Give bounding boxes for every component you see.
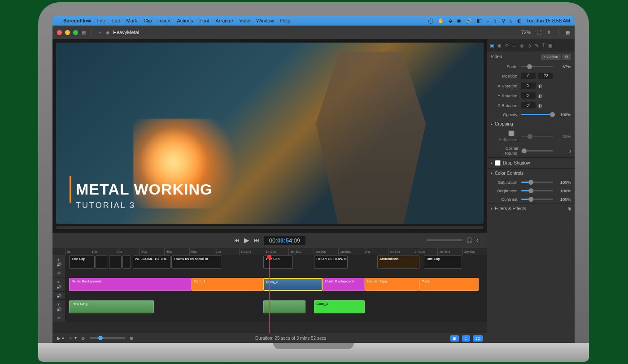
menu-window[interactable]: Window xyxy=(256,18,274,23)
panel-toggle-icon[interactable]: ▦ xyxy=(566,30,570,35)
timeline-clip[interactable]: Music Background xyxy=(323,278,365,291)
track-2-lane[interactable]: Music BackgroundCam_1Cam_2Music Backgrou… xyxy=(65,277,487,291)
zoom-out-icon[interactable]: ⊖ xyxy=(81,336,85,341)
headphones-icon[interactable]: 🎧 xyxy=(466,237,473,243)
timeline-clip[interactable]: Cam_1 xyxy=(192,278,263,291)
menu-insert[interactable]: Insert xyxy=(158,18,171,23)
reflection-slider[interactable] xyxy=(521,136,553,137)
timeline-ruler[interactable]: 0s10s20s30s40s50s1m1m10s1m20s1m30s1m40s1… xyxy=(52,248,487,255)
colorcontrols-section[interactable]: ▾Color Controls xyxy=(487,168,575,178)
close-button[interactable] xyxy=(57,30,62,35)
menu-actions[interactable]: Actions xyxy=(177,18,193,23)
battery-icon[interactable]: ▮▯ xyxy=(476,18,482,24)
bookmark-icon[interactable]: ◆ xyxy=(106,30,109,35)
search-icon[interactable]: ⚲ xyxy=(502,18,505,24)
add-filter-icon[interactable]: ⊕ xyxy=(567,206,571,211)
track-1-header[interactable]: 👁🔊 xyxy=(52,255,65,269)
track-4-header[interactable]: 👁 xyxy=(52,314,65,322)
tab-media-icon[interactable]: ▦ xyxy=(548,43,552,48)
hand-icon[interactable]: ✋ xyxy=(438,18,444,24)
track-2b-header[interactable]: 🔊 xyxy=(52,292,65,299)
menu-help[interactable]: Help xyxy=(280,18,290,23)
timeline-clip[interactable]: Music Background xyxy=(69,278,192,291)
track-3-lane[interactable]: Intro songCam_3 xyxy=(65,300,487,314)
track-2-header[interactable]: 👁🔊 xyxy=(52,277,65,291)
timeline-clip[interactable]: HELPFUL HOW-TO xyxy=(314,256,348,269)
timeline-clip[interactable]: Tools xyxy=(419,278,479,291)
sidebar-toggle-icon[interactable]: ▦ xyxy=(82,30,86,35)
tab-video-icon[interactable]: ▣ xyxy=(490,43,494,48)
playhead[interactable] xyxy=(269,255,270,333)
add-track[interactable]: ＋ ▾ xyxy=(69,335,77,341)
reflection-checkbox[interactable] xyxy=(504,130,519,136)
xrot-dial[interactable]: ◐ xyxy=(538,83,542,88)
dropshadow-section[interactable]: ▸Drop Shadow xyxy=(487,157,575,168)
menubar-clock[interactable]: Tue Jun 15 8:58 AM xyxy=(526,18,570,23)
yrot-dial[interactable]: ◐ xyxy=(538,93,542,98)
timeline-clip[interactable]: Cam_2 xyxy=(263,278,323,291)
timeline-clip[interactable] xyxy=(122,256,131,269)
position-y-input[interactable] xyxy=(538,73,553,79)
bluetooth-icon[interactable]: ᛒ xyxy=(494,18,497,23)
zrot-input[interactable] xyxy=(521,102,536,108)
filters-section[interactable]: ▸Filters & Effects⊕ xyxy=(487,204,575,213)
siri-icon[interactable]: ◐ xyxy=(517,18,522,24)
timeline-zoom-slider[interactable] xyxy=(89,337,125,339)
minimize-button[interactable] xyxy=(65,30,70,35)
track-1b-lane[interactable] xyxy=(65,269,487,277)
menu-edit[interactable]: Edit xyxy=(111,18,120,23)
add-button[interactable]: ＋ xyxy=(97,29,102,36)
track-2b-lane[interactable] xyxy=(65,292,487,299)
contrast-slider[interactable] xyxy=(521,199,553,200)
position-x-input[interactable] xyxy=(521,73,536,79)
timeline-clip[interactable]: Hands_2.jpg xyxy=(365,278,419,291)
control-center-icon[interactable]: ⎌ xyxy=(510,18,513,23)
fullscreen-button[interactable] xyxy=(73,30,78,35)
pointer-tool[interactable]: ▶ ▾ xyxy=(57,336,64,341)
zrot-dial[interactable]: ◐ xyxy=(538,103,542,108)
badge-magnet[interactable]: ⊂ xyxy=(462,335,470,342)
canvas-preview[interactable]: METAL WORKING TUTORIAL 3 xyxy=(56,43,484,224)
timeline-clip[interactable]: Cam_3 xyxy=(314,300,365,313)
timeline-clip[interactable] xyxy=(96,256,108,269)
track-3-header[interactable]: 👁🔊 xyxy=(52,300,65,314)
xrot-input[interactable] xyxy=(521,82,536,89)
timeline-clip[interactable]: Title Clip xyxy=(69,256,94,269)
cropping-section[interactable]: ▸Cropping xyxy=(487,119,575,129)
timeline-clip[interactable] xyxy=(109,256,122,269)
canvas-zoom[interactable]: 72% xyxy=(521,30,531,35)
menu-clip[interactable]: Clip xyxy=(144,18,152,23)
collapse-icon[interactable]: ‹ xyxy=(476,237,478,243)
timecode-display[interactable]: 00:03:54;09 xyxy=(264,236,305,245)
track-4-lane[interactable] xyxy=(65,314,487,322)
menu-mark[interactable]: Mark xyxy=(126,18,137,23)
dropbox-icon[interactable]: ⬙ xyxy=(449,18,452,24)
share-icon[interactable]: ⇪ xyxy=(547,30,551,35)
prev-button[interactable]: ⏮ xyxy=(234,237,240,243)
gear-button[interactable]: ⚙ xyxy=(562,54,571,60)
timeline-clip[interactable]: Title Clip xyxy=(424,256,462,269)
canvas-scrubber[interactable] xyxy=(56,226,484,229)
tab-screen-icon[interactable]: ⊙ xyxy=(505,43,509,48)
app-menu[interactable]: ScreenFlow xyxy=(63,18,91,23)
timeline-clip[interactable]: Intro song xyxy=(69,300,153,313)
add-action-button[interactable]: + Action xyxy=(541,54,561,60)
tab-touch-icon[interactable]: ◎ xyxy=(520,43,524,48)
opacity-slider[interactable] xyxy=(521,114,553,115)
scale-slider[interactable] xyxy=(521,66,553,67)
timeline-clip[interactable]: Follow us on social m xyxy=(171,256,222,269)
menu-font[interactable]: Font xyxy=(199,18,209,23)
wifi-icon[interactable]: ⌵ xyxy=(486,18,489,24)
tab-annotations-icon[interactable]: ◇ xyxy=(528,43,531,48)
saturation-slider[interactable] xyxy=(521,182,553,183)
play-button[interactable]: ▶ xyxy=(244,236,249,244)
tab-text-icon[interactable]: ✎ xyxy=(535,43,538,48)
timeline-clip[interactable]: Annotations xyxy=(377,256,419,269)
badge-clip[interactable]: ▣ xyxy=(450,335,459,342)
dropshadow-checkbox[interactable] xyxy=(495,160,501,166)
next-button[interactable]: ⏭ xyxy=(254,237,259,243)
cc-icon[interactable]: ◉ xyxy=(457,18,461,24)
track-1b-header[interactable]: 👁 xyxy=(52,269,65,277)
tab-callout-icon[interactable]: ▭ xyxy=(512,43,516,48)
crop-icon[interactable]: ⛶ xyxy=(536,30,541,35)
